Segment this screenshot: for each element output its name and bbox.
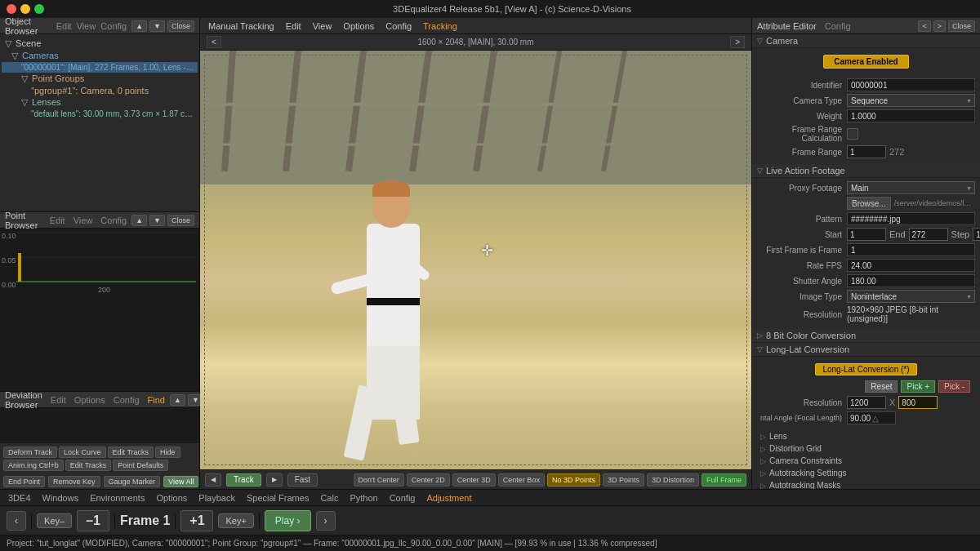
tab-windows[interactable]: Windows xyxy=(38,493,84,503)
live-action-section[interactable]: ▽ Live Action Footage xyxy=(752,164,980,178)
tm-view[interactable]: View xyxy=(308,20,337,32)
attr-config[interactable]: Config xyxy=(825,21,851,31)
lock-curve-btn[interactable]: Lock Curve xyxy=(59,447,106,458)
video-area[interactable]: ✛ xyxy=(200,51,751,469)
pgroup-item[interactable]: "pgroup#1": Camera, 0 points xyxy=(2,85,198,96)
anim-ctrl-btn[interactable]: Anim.ing Ctrl+b xyxy=(3,460,64,471)
object-browser-view[interactable]: View xyxy=(77,21,96,31)
fullscreen-button[interactable] xyxy=(34,4,44,14)
center-3d-btn[interactable]: Center 3D xyxy=(452,473,496,487)
tab-calc[interactable]: Calc xyxy=(315,493,343,503)
object-browser-down[interactable]: ▼ xyxy=(149,20,165,32)
object-browser-config[interactable]: Config xyxy=(100,21,127,31)
proxy-footage-select[interactable]: Main xyxy=(847,181,975,194)
center-2d-btn[interactable]: Center 2D xyxy=(407,473,450,487)
attr-close[interactable]: Close xyxy=(948,20,975,32)
tm-config[interactable]: Config xyxy=(381,20,416,32)
tab-3de4[interactable]: 3DE4 xyxy=(3,493,36,503)
reset-btn[interactable]: Reset xyxy=(865,380,898,393)
db-edit[interactable]: Edit xyxy=(51,395,66,405)
bit-color-section[interactable]: ▷ 8 Bit Color Conversion xyxy=(752,329,980,343)
edit-tracks-btn2[interactable]: Edit Tracks xyxy=(65,460,112,471)
frame-range-calc-checkbox[interactable] xyxy=(847,128,858,140)
track-btn[interactable]: Track xyxy=(226,473,261,487)
pick-plus-btn[interactable]: Pick + xyxy=(901,380,935,393)
transport-prev[interactable]: ‹ xyxy=(7,511,26,531)
attr-next[interactable]: > xyxy=(933,20,946,32)
browse-btn[interactable]: Browse... xyxy=(847,197,891,210)
pick-minus-btn[interactable]: Pick - xyxy=(938,380,970,393)
tab-adjustment[interactable]: Adjustment xyxy=(421,493,476,503)
camera-type-select[interactable]: Sequence xyxy=(847,94,975,107)
close-button[interactable] xyxy=(7,4,16,14)
center-box-btn[interactable]: Center Box xyxy=(498,473,545,487)
cameras-group[interactable]: ▽ Cameras xyxy=(2,50,198,62)
fast-btn[interactable]: Fast xyxy=(287,473,318,487)
frame-range-start-input[interactable] xyxy=(847,145,886,158)
pb-up[interactable]: ▲ xyxy=(131,215,147,226)
object-browser-close[interactable]: Close xyxy=(167,20,194,32)
end-point-btn[interactable]: End Point xyxy=(3,476,45,487)
minimize-button[interactable] xyxy=(20,4,30,14)
attr-prev[interactable]: < xyxy=(918,20,930,32)
tab-environments[interactable]: Environments xyxy=(85,493,149,503)
pb-down[interactable]: ▼ xyxy=(149,215,165,226)
3d-points-btn[interactable]: 3D Points xyxy=(603,473,644,487)
db-config[interactable]: Config xyxy=(114,395,140,405)
camera-enabled-btn[interactable]: Camera Enabled xyxy=(823,55,908,69)
view-prev-btn[interactable]: < xyxy=(207,36,221,48)
edit-tracks-btn[interactable]: Edit Tracks xyxy=(108,447,154,458)
deform-track-btn[interactable]: Deform Track xyxy=(3,447,57,458)
traffic-lights[interactable] xyxy=(7,4,44,14)
image-type-select[interactable]: Noninterlace xyxy=(847,290,975,303)
manual-tracking-menu[interactable]: Manual Tracking xyxy=(203,20,279,32)
lens-item[interactable]: "default lens": 30.00 mm, 3.73 cm × 1.87… xyxy=(2,109,198,119)
hide-btn[interactable]: Hide xyxy=(155,447,180,458)
autotracking-masks-subsection[interactable]: ▷ Autotracking Masks xyxy=(752,479,980,489)
object-browser-edit[interactable]: Edit xyxy=(56,21,72,31)
autotracking-settings-subsection[interactable]: ▷ Autotracking Settings xyxy=(752,467,980,479)
playback-prev-btn[interactable]: ◀ xyxy=(205,473,221,487)
db-options[interactable]: Options xyxy=(74,395,105,405)
long-lat-section[interactable]: ▽ Long-Lat Conversion xyxy=(752,343,980,357)
tab-special-frames[interactable]: Special Frames xyxy=(242,493,314,503)
camera-section-header[interactable]: ▽ Camera xyxy=(752,34,980,48)
camera-item[interactable]: "00000001": [Main], 272 Frames, 1.00, Le… xyxy=(2,62,198,73)
no-3d-points-btn[interactable]: No 3D Points xyxy=(547,473,600,487)
pb-edit[interactable]: Edit xyxy=(50,216,65,225)
view-all-btn[interactable]: View All xyxy=(163,476,198,487)
3d-distortion-btn[interactable]: 3D Distortion xyxy=(647,473,699,487)
tab-python[interactable]: Python xyxy=(345,493,382,503)
view-next-btn[interactable]: > xyxy=(730,36,745,48)
pb-view[interactable]: View xyxy=(74,216,93,225)
tab-config[interactable]: Config xyxy=(385,493,421,503)
play-right-btn[interactable]: Play › xyxy=(265,510,311,531)
tm-edit[interactable]: Edit xyxy=(281,20,306,32)
step-input[interactable] xyxy=(973,228,980,241)
object-browser-up[interactable]: ▲ xyxy=(131,20,147,32)
camera-constraints-subsection[interactable]: ▷ Camera Constraints xyxy=(752,455,980,467)
angle-display[interactable]: 90.00 △ xyxy=(847,411,896,424)
point-defaults-btn[interactable]: Point Defaults xyxy=(113,460,168,471)
full-frame-btn[interactable]: Full Frame xyxy=(702,473,746,487)
playback-next-btn[interactable]: ▶ xyxy=(266,473,283,487)
end-input[interactable] xyxy=(909,228,948,241)
lens-subsection[interactable]: ▷ Lens xyxy=(752,430,980,442)
pb-close[interactable]: Close xyxy=(167,215,194,226)
gauge-marker-btn[interactable]: Gauge Marker xyxy=(104,476,161,487)
db-up[interactable]: ▲ xyxy=(170,394,185,406)
db-find[interactable]: Find xyxy=(148,395,165,405)
remove-key-btn[interactable]: Remove Key xyxy=(48,476,100,487)
transport-next[interactable]: › xyxy=(316,511,336,531)
tab-playback[interactable]: Playback xyxy=(194,493,240,503)
dont-center-btn[interactable]: Don't Center xyxy=(354,473,404,487)
tm-options[interactable]: Options xyxy=(338,20,379,32)
tab-options[interactable]: Options xyxy=(151,493,192,503)
longlat-res-height-input[interactable] xyxy=(898,396,938,409)
distortion-grid-subsection[interactable]: ▷ Distortion Grid xyxy=(752,442,980,455)
pb-config[interactable]: Config xyxy=(100,216,127,225)
longlat-res-width-input[interactable] xyxy=(847,396,886,409)
start-input[interactable] xyxy=(847,228,886,241)
long-lat-content: Long-Lat Conversion (*) Reset Pick + Pic… xyxy=(752,357,980,430)
long-lat-conversion-btn[interactable]: Long-Lat Conversion (*) xyxy=(815,363,916,375)
